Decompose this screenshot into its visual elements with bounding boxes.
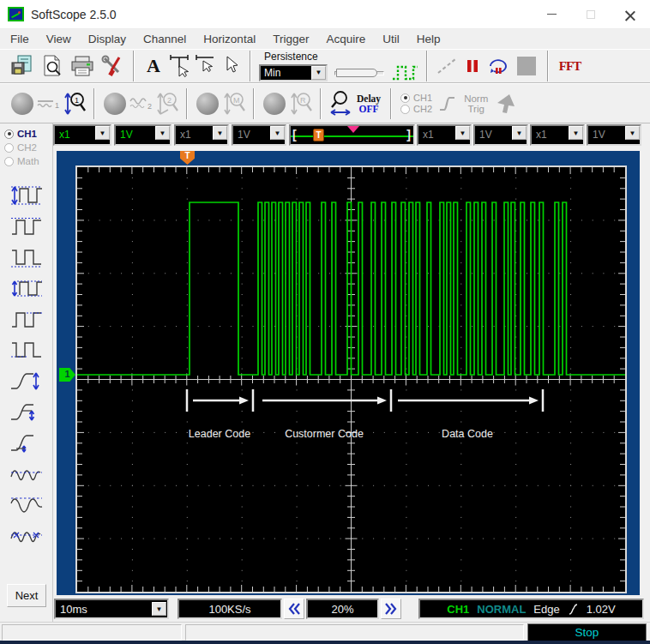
- math-enable-button[interactable]: [196, 93, 219, 115]
- aux2-probe-select[interactable]: x1 ▼: [530, 124, 585, 146]
- menu-channel[interactable]: Channel: [135, 31, 195, 47]
- fft-button[interactable]: FFT: [555, 51, 585, 81]
- chevron-down-icon[interactable]: ▼: [625, 126, 640, 140]
- aux1-scale-select[interactable]: 1V ▼: [473, 124, 528, 146]
- cursor-time-button[interactable]: [166, 51, 192, 81]
- next-measurements-button[interactable]: Next: [7, 584, 46, 607]
- cursor-select-button[interactable]: [218, 51, 244, 81]
- chevron-down-icon[interactable]: ▼: [569, 126, 583, 140]
- measure-vbase-button[interactable]: [7, 336, 46, 364]
- status-panel-middle: [185, 624, 524, 641]
- menu-help[interactable]: Help: [408, 31, 449, 47]
- slider-thumb[interactable]: [336, 69, 377, 77]
- trigger-edge-button[interactable]: [435, 88, 460, 118]
- norm-trig-button[interactable]: Norm Trig: [464, 93, 488, 114]
- ch1-probe-select[interactable]: x1 ▼: [53, 124, 111, 146]
- menu-util[interactable]: Util: [374, 31, 408, 47]
- math-vertical-zoom-button[interactable]: M: [221, 88, 247, 118]
- svg-text:R: R: [300, 96, 306, 105]
- print-button[interactable]: [67, 51, 97, 81]
- close-icon: [625, 9, 635, 20]
- chevron-down-icon[interactable]: ▼: [213, 126, 227, 140]
- text-annotation-button[interactable]: A: [141, 51, 166, 81]
- chevron-down-icon[interactable]: ▼: [512, 126, 527, 140]
- window-bottom-edge: [0, 641, 650, 644]
- measure-cycle-mean-button[interactable]: [7, 521, 46, 550]
- aux1-probe-select[interactable]: x1 ▼: [417, 124, 472, 146]
- channel-sidebar: CH1 CH2 Math: [0, 123, 53, 623]
- waveform-1-icon: 1: [36, 95, 62, 112]
- export-button[interactable]: [7, 51, 37, 81]
- measure-vmax-button[interactable]: [7, 213, 46, 241]
- trigger-position-marker[interactable]: T: [313, 129, 324, 141]
- ch1-ground-marker[interactable]: 1: [59, 368, 75, 382]
- view-position-marker[interactable]: [347, 126, 359, 133]
- close-button[interactable]: [611, 0, 650, 28]
- ref-enable-button[interactable]: [263, 93, 286, 115]
- ch2-vertical-zoom-button[interactable]: 2: [154, 88, 180, 118]
- chevron-down-icon[interactable]: ▼: [311, 66, 326, 80]
- trigger-status-type: Edge: [533, 603, 559, 616]
- menu-acquire[interactable]: Acquire: [317, 31, 374, 47]
- pause-button[interactable]: [460, 51, 485, 81]
- ref-vertical-zoom-button[interactable]: R: [288, 88, 314, 118]
- timebase-select[interactable]: 10ms ▼: [54, 599, 169, 619]
- single-acquire-button[interactable]: [485, 51, 511, 81]
- trigger-position-widget[interactable]: [ ] T: [289, 124, 415, 146]
- double-chevron-right-icon: [384, 602, 398, 616]
- setup-button[interactable]: [97, 51, 127, 81]
- sidebar-ch1-radio[interactable]: CH1: [0, 127, 52, 141]
- chevron-down-icon[interactable]: ▼: [95, 126, 110, 140]
- toolbar-separator: [93, 88, 95, 119]
- measure-vamp-button[interactable]: [7, 274, 46, 303]
- trigger-time-marker[interactable]: T: [180, 151, 195, 165]
- measure-mean-button[interactable]: [7, 460, 46, 488]
- scroll-left-button[interactable]: [284, 599, 304, 619]
- dotted-waveform-icon[interactable]: [391, 63, 418, 82]
- persistence-slider[interactable]: [334, 68, 384, 78]
- menu-display[interactable]: Display: [80, 31, 135, 47]
- scroll-right-button[interactable]: [381, 599, 401, 619]
- trigger-cursor-button[interactable]: [491, 88, 517, 118]
- persistence-select[interactable]: Min ▼: [259, 64, 328, 81]
- measure-rise-time-button[interactable]: [7, 367, 46, 395]
- stop-button[interactable]: [511, 51, 541, 81]
- ch2-scale-select[interactable]: 1V ▼: [232, 124, 286, 146]
- print-preview-button[interactable]: [37, 51, 67, 81]
- ch2-enable-button[interactable]: [104, 93, 126, 115]
- cursor-volt-button[interactable]: [192, 51, 218, 81]
- sidebar-ch2-radio[interactable]: CH2: [0, 141, 52, 154]
- ch2-probe-select[interactable]: x1 ▼: [174, 124, 229, 146]
- menu-horizontal[interactable]: Horizontal: [195, 31, 264, 47]
- chevron-down-icon[interactable]: ▼: [455, 126, 470, 140]
- run-button[interactable]: [434, 51, 460, 81]
- measure-vmin-button[interactable]: [7, 244, 46, 272]
- ch1-enable-button[interactable]: [11, 93, 33, 115]
- minimize-button[interactable]: [532, 0, 571, 28]
- measure-vpp-button[interactable]: [7, 182, 46, 210]
- chevron-down-icon[interactable]: ▼: [270, 126, 285, 140]
- scope-display[interactable]: Leader CodeCustormer CodeData Code: [75, 166, 627, 593]
- run-state-indicator: Stop: [527, 623, 647, 641]
- chevron-down-icon[interactable]: ▼: [152, 602, 166, 616]
- trigger-source-ch1-radio[interactable]: CH1: [400, 93, 432, 104]
- measure-slew-button[interactable]: [7, 429, 46, 457]
- double-chevron-left-icon: [287, 602, 301, 616]
- maximize-button[interactable]: [571, 0, 611, 28]
- measure-fall-time-button[interactable]: [7, 398, 46, 426]
- ch1-vertical-zoom-button[interactable]: 1: [62, 88, 87, 118]
- trigger-source-ch2-radio[interactable]: CH2: [400, 104, 432, 115]
- measure-vtop-button[interactable]: [7, 305, 46, 334]
- ch1-waveform-button[interactable]: 1: [36, 88, 62, 118]
- menu-trigger[interactable]: Trigger: [264, 31, 317, 47]
- chevron-down-icon[interactable]: ▼: [155, 126, 170, 140]
- delay-toggle[interactable]: Delay OFF: [357, 93, 381, 114]
- ch2-waveform-button[interactable]: 2: [129, 88, 154, 118]
- menu-view[interactable]: View: [38, 31, 80, 47]
- sidebar-math-radio[interactable]: Math: [0, 154, 52, 168]
- menu-file[interactable]: File: [2, 31, 38, 47]
- horizontal-zoom-button[interactable]: [328, 88, 353, 118]
- measure-rms-button[interactable]: [7, 491, 46, 519]
- ch1-scale-select[interactable]: 1V ▼: [114, 124, 172, 146]
- aux2-scale-select[interactable]: 1V ▼: [587, 124, 641, 146]
